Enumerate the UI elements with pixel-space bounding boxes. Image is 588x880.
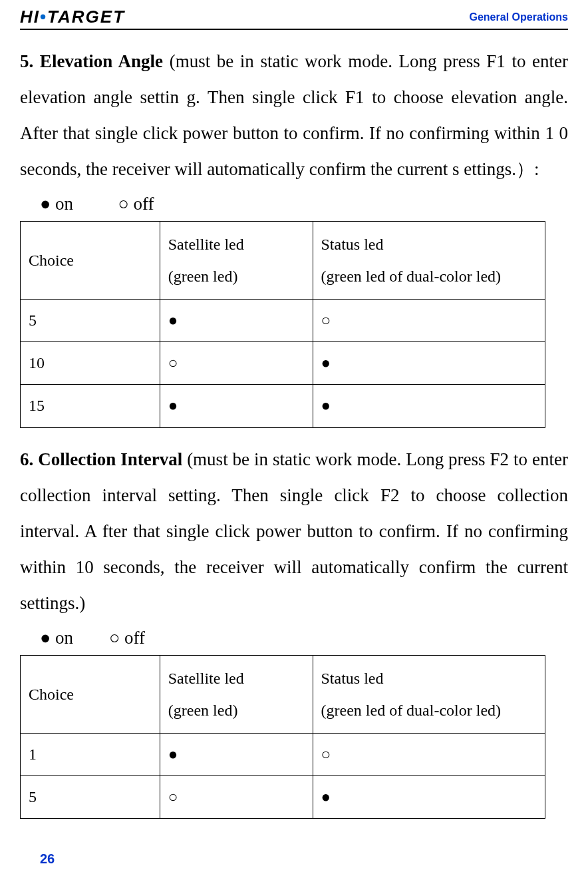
cell-status: ○ [313,733,545,775]
cell-status: ● [313,342,545,385]
cell-satellite: ● [160,300,313,342]
table-row: 5 ○ ● [21,775,545,818]
table-header-status: Status led (green led of dual-color led) [313,222,545,300]
table-header-satellite: Satellite led (green led) [160,222,313,300]
logo-pre: HI [20,7,40,27]
logo-post: TARGET [47,7,125,27]
section-6-body: (must be in static work mode. Long press… [20,449,568,613]
table-row: Choice Satellite led (green led) Status … [21,222,545,300]
cell-choice: 5 [21,775,160,818]
section-5-paragraph: 5. Elevation Angle (must be in static wo… [20,43,568,187]
cell-satellite: ● [160,385,313,427]
cell-status: ● [313,385,545,427]
legend-2: ● on ○ off [40,628,568,648]
table-row: 5 ● ○ [21,300,545,342]
cell-choice: 1 [21,733,160,775]
cell-choice: 15 [21,385,160,427]
cell-choice: 10 [21,342,160,385]
section-5-title: 5. Elevation Angle [20,51,163,71]
table-header-choice: Choice [21,655,160,733]
logo: HI•TARGET [20,7,125,27]
cell-status: ○ [313,300,545,342]
cell-satellite: ○ [160,775,313,818]
legend-1: ● on ○ off [40,194,568,214]
cell-satellite: ○ [160,342,313,385]
section-6-paragraph: 6. Collection Interval (must be in stati… [20,441,568,621]
page-header: HI•TARGET General Operations [20,0,568,30]
table-row: 1 ● ○ [21,733,545,775]
table-row: 15 ● ● [21,385,545,427]
collection-interval-table: Choice Satellite led (green led) Status … [20,655,545,819]
section-6-title: 6. Collection Interval [20,449,182,469]
logo-dot: • [40,7,47,27]
page-number: 26 [40,851,55,867]
header-title: General Operations [470,11,569,23]
cell-satellite: ● [160,733,313,775]
cell-choice: 5 [21,300,160,342]
elevation-angle-table: Choice Satellite led (green led) Status … [20,221,545,428]
cell-status: ● [313,775,545,818]
table-header-choice: Choice [21,222,160,300]
table-row: Choice Satellite led (green led) Status … [21,655,545,733]
table-header-satellite: Satellite led (green led) [160,655,313,733]
table-row: 10 ○ ● [21,342,545,385]
table-header-status: Status led (green led of dual-color led) [313,655,545,733]
